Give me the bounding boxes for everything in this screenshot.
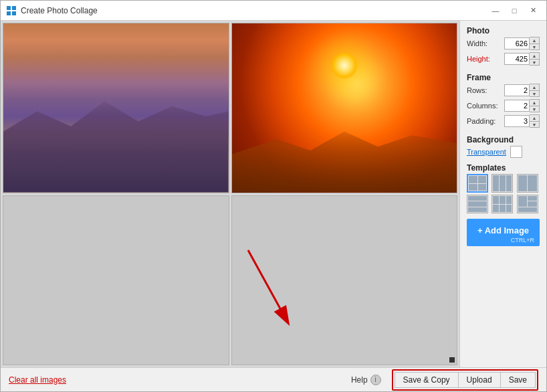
photo-width-row: Width: 626 ▲ ▼: [467, 37, 540, 50]
padding-down-btn[interactable]: ▼: [530, 121, 539, 127]
cell-top-left[interactable]: [3, 23, 229, 193]
rows-down-btn[interactable]: ▼: [530, 90, 539, 96]
main-content: Photo Width: 626 ▲ ▼ Height: 425: [1, 21, 546, 367]
height-label: Height:: [467, 55, 499, 63]
cols-value: 2: [504, 100, 530, 112]
width-value: 626: [504, 37, 530, 50]
rows-up-btn[interactable]: ▲: [530, 84, 539, 90]
svg-rect-3: [12, 11, 16, 15]
frame-section: Frame Rows: 2 ▲ ▼ Columns: 2: [467, 73, 540, 130]
sun-glow: [331, 52, 358, 79]
height-up-btn[interactable]: ▲: [530, 53, 539, 59]
svg-rect-0: [7, 6, 11, 10]
rows-label: Rows:: [467, 86, 499, 94]
template-3col[interactable]: [491, 174, 513, 193]
svg-rect-1: [12, 6, 16, 10]
canvas-area[interactable]: [1, 21, 459, 367]
save-button[interactable]: Save: [501, 372, 536, 388]
template-3x2[interactable]: [491, 195, 513, 213]
height-down-btn[interactable]: ▼: [530, 59, 539, 65]
cols-up-btn[interactable]: ▲: [530, 100, 539, 106]
close-button[interactable]: ✕: [525, 4, 541, 17]
cols-label: Columns:: [467, 102, 499, 110]
templates-section-title: Templates: [467, 163, 540, 173]
main-window: Create Photo Collage — □ ✕: [0, 0, 547, 392]
padding-label: Padding:: [467, 117, 499, 125]
clear-all-link[interactable]: Clear all images: [9, 375, 66, 385]
add-image-button[interactable]: + Add Image CTRL+R: [467, 219, 540, 246]
cell-bottom-left[interactable]: [3, 195, 229, 366]
template-mix[interactable]: [517, 195, 538, 213]
width-up-btn[interactable]: ▲: [530, 37, 539, 43]
templates-grid: [467, 174, 540, 213]
template-2x2[interactable]: [467, 174, 488, 193]
photo-section-title: Photo: [467, 26, 540, 35]
minimize-button[interactable]: —: [487, 4, 504, 17]
sunset-image: [232, 23, 457, 193]
width-spinner[interactable]: 626 ▲ ▼: [504, 37, 540, 50]
frame-rows-row: Rows: 2 ▲ ▼: [467, 84, 540, 97]
mountain-image: [3, 23, 229, 193]
app-icon: [6, 5, 17, 16]
cols-spinner[interactable]: 2 ▲ ▼: [504, 99, 540, 112]
window-title: Create Photo Collage: [21, 6, 487, 15]
bg-section-title: Background: [467, 135, 540, 144]
rows-value: 2: [504, 84, 530, 96]
template-2col[interactable]: [517, 174, 538, 193]
svg-rect-2: [7, 11, 11, 15]
add-image-label: + Add Image: [472, 225, 534, 235]
window-controls: — □ ✕: [487, 4, 541, 17]
background-section: Background Transparent: [467, 135, 540, 158]
width-label: Width:: [467, 39, 499, 47]
cell-bottom-right[interactable]: [231, 195, 458, 366]
padding-up-btn[interactable]: ▲: [530, 115, 539, 121]
padding-value: 3: [504, 115, 530, 127]
bottom-bar: Clear all images Help i Save & Copy Uplo…: [1, 367, 546, 391]
help-icon[interactable]: i: [370, 375, 381, 385]
transparent-link[interactable]: Transparent: [467, 148, 506, 156]
width-down-btn[interactable]: ▼: [530, 43, 539, 50]
photo-height-row: Height: 425 ▲ ▼: [467, 52, 540, 66]
frame-cols-row: Columns: 2 ▲ ▼: [467, 99, 540, 112]
cols-down-btn[interactable]: ▼: [530, 106, 539, 112]
cell-top-right[interactable]: [231, 23, 458, 193]
photo-section: Photo Width: 626 ▲ ▼ Height: 425: [467, 26, 540, 68]
height-spinner[interactable]: 425 ▲ ▼: [504, 52, 540, 66]
color-picker[interactable]: [510, 146, 522, 158]
right-panel: Photo Width: 626 ▲ ▼ Height: 425: [459, 21, 546, 367]
frame-padding-row: Padding: 3 ▲ ▼: [467, 114, 540, 128]
titlebar: Create Photo Collage — □ ✕: [1, 1, 546, 21]
templates-section: Templates: [467, 163, 540, 213]
resize-handle[interactable]: [449, 357, 455, 363]
template-3row[interactable]: [467, 195, 488, 213]
save-copy-button[interactable]: Save & Copy: [395, 372, 459, 388]
help-area: Help i: [351, 375, 381, 385]
bg-row: Transparent: [467, 146, 540, 158]
action-buttons: Save & Copy Upload Save: [392, 369, 538, 391]
frame-section-title: Frame: [467, 73, 540, 82]
add-image-shortcut: CTRL+R: [472, 237, 534, 243]
padding-spinner[interactable]: 3 ▲ ▼: [504, 114, 540, 128]
help-label: Help: [351, 375, 368, 385]
maximize-button[interactable]: □: [506, 4, 522, 17]
rows-spinner[interactable]: 2 ▲ ▼: [504, 84, 540, 97]
collage-grid: [1, 21, 459, 367]
height-value: 425: [504, 53, 530, 65]
upload-button[interactable]: Upload: [459, 372, 501, 388]
